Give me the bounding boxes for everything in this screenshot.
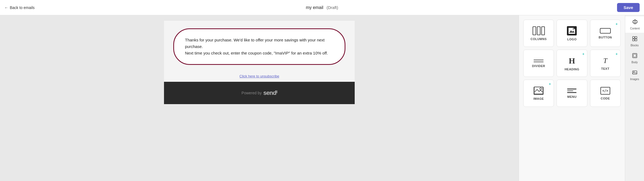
button-label: BUTTON: [599, 36, 612, 39]
powered-by-text: Powered by: [242, 91, 262, 95]
svg-rect-12: [633, 39, 634, 41]
logo-label: LOGO: [567, 38, 576, 41]
columns-label: COLUMNS: [531, 37, 547, 41]
blocks-tab-label: Blocks: [631, 44, 639, 47]
content-item-menu[interactable]: MENU: [557, 80, 587, 107]
content-tab-icon: [632, 19, 638, 26]
divider-icon: [534, 60, 543, 62]
sidebar-tabs: Content Blocks: [625, 15, 644, 181]
oval-highlight: Thanks for your purchase. We'd like to o…: [173, 28, 345, 65]
email-canvas: Thanks for your purchase. We'd like to o…: [0, 15, 519, 181]
tab-blocks[interactable]: Blocks: [625, 33, 644, 50]
content-item-divider[interactable]: DIVIDER: [523, 50, 554, 77]
sparkle-icon: ✦: [615, 22, 618, 26]
back-label: Back to emails: [10, 5, 35, 10]
content-item-columns[interactable]: COLUMNS: [523, 20, 554, 47]
menu-label: MENU: [567, 95, 576, 98]
content-item-logo[interactable]: LOGO: [557, 20, 587, 47]
sparkle-icon: ✦: [548, 82, 551, 86]
blocks-tab-icon: [632, 36, 637, 43]
menu-icon: [567, 89, 576, 93]
unsubscribe-link[interactable]: Click here to unsubscribe: [239, 74, 279, 78]
brand-logo: send||: [263, 89, 277, 96]
email-text: Thanks for your purchase. We'd like to o…: [185, 37, 334, 56]
sparkle-icon: ✦: [582, 52, 585, 56]
unsubscribe-bar: Click here to unsubscribe: [164, 70, 355, 82]
text-block: Thanks for your purchase. We'd like to o…: [164, 21, 355, 70]
images-tab-label: Images: [630, 78, 639, 81]
email-body: Thanks for your purchase. We'd like to o…: [164, 21, 355, 104]
image-icon: [534, 87, 543, 95]
sparkle-icon: ✦: [615, 52, 618, 56]
svg-rect-16: [633, 71, 637, 74]
content-item-text[interactable]: ✦ T TEXT: [590, 50, 621, 77]
svg-point-5: [540, 88, 542, 90]
code-label: CODE: [601, 97, 610, 100]
button-icon: [600, 28, 611, 34]
header-title-group: my email (Draft): [306, 5, 338, 10]
divider-label: DIVIDER: [532, 64, 545, 68]
svg-point-3: [573, 28, 574, 30]
main-layout: Thanks for your purchase. We'd like to o…: [0, 15, 644, 181]
body-tab-icon: [632, 53, 637, 60]
text-label: TEXT: [601, 67, 609, 70]
svg-rect-14: [633, 53, 637, 58]
email-name: my email: [306, 5, 323, 10]
header: ← Back to emails my email (Draft) Save: [0, 0, 644, 15]
content-item-code[interactable]: </> CODE: [590, 80, 621, 107]
content-item-heading[interactable]: ✦ H HEADING: [557, 50, 587, 77]
columns-icon: [533, 26, 545, 35]
draft-label: (Draft): [327, 5, 338, 10]
body-tab-label: Body: [631, 61, 638, 64]
content-grid: COLUMNS LOGO ✦: [519, 15, 625, 181]
logo-icon: [567, 26, 577, 35]
heading-icon: H: [569, 56, 575, 65]
svg-rect-11: [635, 37, 637, 38]
images-tab-icon: [632, 70, 637, 77]
email-footer: Powered by send||: [164, 82, 355, 104]
content-tab-label: Content: [630, 27, 640, 30]
text-icon: T: [603, 57, 607, 65]
svg-rect-4: [534, 87, 543, 94]
content-item-image[interactable]: ✦ IMAGE: [523, 80, 554, 107]
save-button[interactable]: Save: [617, 3, 640, 12]
svg-rect-15: [633, 54, 636, 57]
svg-rect-10: [633, 37, 634, 38]
tab-content[interactable]: Content: [625, 16, 644, 33]
tab-images[interactable]: Images: [625, 67, 644, 83]
right-panel: COLUMNS LOGO ✦: [519, 15, 644, 181]
content-item-button[interactable]: ✦ BUTTON: [590, 20, 621, 47]
tab-body[interactable]: Body: [625, 50, 644, 67]
image-label: IMAGE: [533, 97, 544, 100]
back-button[interactable]: ← Back to emails: [4, 5, 35, 10]
back-arrow-icon: ←: [4, 5, 8, 10]
heading-label: HEADING: [564, 68, 579, 71]
code-icon: </>: [600, 87, 610, 95]
svg-rect-13: [635, 39, 637, 41]
